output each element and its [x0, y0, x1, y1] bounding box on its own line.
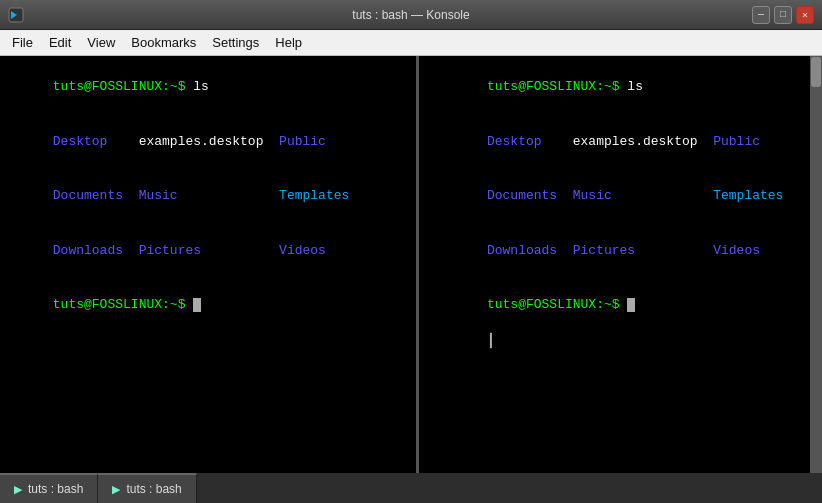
cmd-right-1: ls: [627, 79, 643, 94]
dir-desktop-right: Desktop: [487, 134, 573, 149]
dir-music-right: Music: [573, 188, 713, 203]
terminal-line-3: Documents Music Templates: [6, 169, 410, 224]
tab-left-label: tuts : bash: [28, 482, 83, 496]
tab-left[interactable]: ▶ tuts : bash: [0, 473, 98, 503]
menu-view[interactable]: View: [79, 33, 123, 52]
menu-bar: File Edit View Bookmarks Settings Help: [0, 30, 822, 56]
dir-public-left: Public: [279, 134, 326, 149]
file-examples-left: examples.desktop: [139, 134, 279, 149]
tab-left-icon: ▶: [14, 483, 22, 496]
menu-edit[interactable]: Edit: [41, 33, 79, 52]
window-title: tuts : bash — Konsole: [352, 8, 469, 22]
terminal-line-r3: Documents Music Templates: [425, 169, 805, 224]
dir-music-left: Music: [139, 188, 279, 203]
terminal-prompt-right-2: tuts@FOSSLINUX:~$ ┃: [425, 278, 805, 369]
terminal-line-r4: Downloads Pictures Videos: [425, 224, 805, 279]
terminal-line-r1: tuts@FOSSLINUX:~$ ls: [425, 60, 805, 115]
terminal-line-r2: Desktop examples.desktop Public: [425, 115, 805, 170]
dir-documents-right: Documents: [487, 188, 573, 203]
terminal-area: tuts@FOSSLINUX:~$ ls Desktop examples.de…: [0, 56, 822, 473]
menu-file[interactable]: File: [4, 33, 41, 52]
terminal-pane-right-wrapper: tuts@FOSSLINUX:~$ ls Desktop examples.de…: [419, 56, 823, 473]
window-controls: — □ ✕: [752, 6, 814, 24]
tab-bar: ▶ tuts : bash ▶ tuts : bash: [0, 473, 822, 503]
dir-templates-right: Templates: [713, 188, 783, 203]
dir-downloads-right: Downloads: [487, 243, 573, 258]
tab-right-label: tuts : bash: [126, 482, 181, 496]
text-cursor-right: ┃: [487, 334, 495, 349]
scrollbar-right[interactable]: [810, 56, 822, 473]
dir-public-right: Public: [713, 134, 760, 149]
cmd-left-1: ls: [193, 79, 209, 94]
dir-desktop-left: Desktop: [53, 134, 139, 149]
terminal-pane-right[interactable]: tuts@FOSSLINUX:~$ ls Desktop examples.de…: [419, 56, 811, 473]
cursor-left: [193, 298, 201, 312]
title-bar: tuts : bash — Konsole — □ ✕: [0, 0, 822, 30]
close-button[interactable]: ✕: [796, 6, 814, 24]
app-icon: [8, 7, 24, 23]
terminal-line-4: Downloads Pictures Videos: [6, 224, 410, 279]
dir-downloads-left: Downloads: [53, 243, 139, 258]
terminal-line-1: tuts@FOSSLINUX:~$ ls: [6, 60, 410, 115]
file-examples-right: examples.desktop: [573, 134, 713, 149]
dir-templates-left: Templates: [279, 188, 349, 203]
dir-pictures-right: Pictures: [573, 243, 713, 258]
minimize-button[interactable]: —: [752, 6, 770, 24]
cursor-right: [627, 298, 635, 312]
menu-bookmarks[interactable]: Bookmarks: [123, 33, 204, 52]
maximize-button[interactable]: □: [774, 6, 792, 24]
dir-videos-left: Videos: [279, 243, 326, 258]
scrollbar-thumb[interactable]: [811, 57, 821, 87]
prompt-right-2: tuts@FOSSLINUX:~$: [487, 297, 627, 312]
prompt-left-2: tuts@FOSSLINUX:~$: [53, 297, 193, 312]
title-bar-left: [8, 7, 24, 23]
dir-videos-right: Videos: [713, 243, 760, 258]
dir-pictures-left: Pictures: [139, 243, 279, 258]
terminal-pane-left[interactable]: tuts@FOSSLINUX:~$ ls Desktop examples.de…: [0, 56, 419, 473]
terminal-prompt-left-2: tuts@FOSSLINUX:~$: [6, 278, 410, 333]
tab-right-icon: ▶: [112, 483, 120, 496]
dir-documents-left: Documents: [53, 188, 139, 203]
prompt-left-1: tuts@FOSSLINUX:~$: [53, 79, 193, 94]
menu-settings[interactable]: Settings: [204, 33, 267, 52]
terminal-line-2: Desktop examples.desktop Public: [6, 115, 410, 170]
tab-right[interactable]: ▶ tuts : bash: [98, 473, 196, 503]
menu-help[interactable]: Help: [267, 33, 310, 52]
prompt-right-1: tuts@FOSSLINUX:~$: [487, 79, 627, 94]
